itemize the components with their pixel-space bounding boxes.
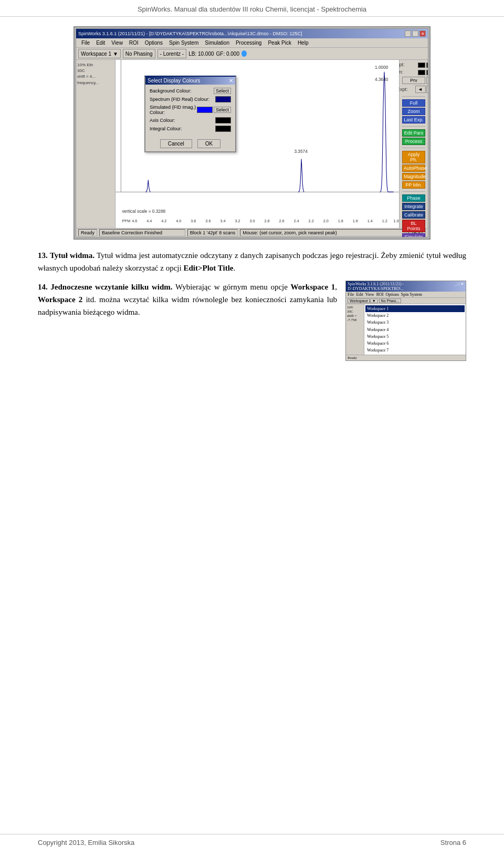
ok-button[interactable]: OK <box>197 139 220 148</box>
simulate-button[interactable]: Simulate <box>402 233 425 238</box>
section-14-body1: Wybierając w górnym menu opcje <box>175 283 291 291</box>
menu-help[interactable]: Help <box>295 39 312 46</box>
sw-titlebar-controls: _ □ ✕ <box>405 30 426 37</box>
gf-label: GF: 0.000 <box>216 51 239 57</box>
inline-menu-view[interactable]: View <box>365 292 374 297</box>
spectrum-colour-swatch <box>215 96 231 102</box>
apply-ph-button[interactable]: Apply Ph. <box>402 151 425 163</box>
magnitude-button[interactable]: Magnitude <box>402 173 425 180</box>
inline-nophasing-btn[interactable]: No Phasi... <box>379 298 401 303</box>
divider2 <box>402 126 425 127</box>
process-button[interactable]: Process <box>402 138 425 145</box>
menu-simulation[interactable]: Simulation <box>202 39 233 46</box>
minimize-button[interactable]: _ <box>405 30 411 37</box>
menu-view[interactable]: View <box>108 39 126 46</box>
section-13: 13. Tytuł widma. Tytuł widma jest automa… <box>38 249 466 274</box>
inline-workspace-btn[interactable]: Workspace 1 ▼ <box>348 298 378 303</box>
prev-button[interactable]: Prv <box>402 77 425 84</box>
lorentz-btn[interactable]: - Lorentz - <box>158 49 187 58</box>
inline-close-icon[interactable]: ✕ <box>460 282 464 291</box>
inline-menu-file[interactable]: File <box>348 292 354 297</box>
inline-left-shift: shift = -7.758 <box>347 314 363 322</box>
h-next-button[interactable]: ► <box>426 86 429 93</box>
dialog-row-axis: Axis Colour: <box>150 117 231 123</box>
svg-text:3.6: 3.6 <box>205 218 211 223</box>
simulated-colour-select-btn[interactable]: Select <box>214 107 231 113</box>
workspace-selector[interactable]: Workspace 1 ▼ <box>78 49 121 58</box>
calibrate-button[interactable]: Calibrate <box>402 211 425 219</box>
workspace-item-3[interactable]: Workspace 3 <box>365 319 465 326</box>
zoom-button[interactable]: Zoom <box>402 108 425 115</box>
left-line3: shift = 4... <box>77 74 114 79</box>
svg-text:1.4: 1.4 <box>368 218 373 223</box>
dialog-row-bg: Background Colour: Select <box>150 88 231 94</box>
next-button[interactable]: Nxt <box>426 77 428 84</box>
autophase-button[interactable]: AutoPhase <box>402 164 425 172</box>
workspace-item-1[interactable]: Workspace 1 <box>365 305 465 312</box>
edit-plot-title-ref: Edit>Plot Title <box>183 264 233 272</box>
pp-min-button[interactable]: PP Min. <box>402 181 425 189</box>
sim-color <box>418 70 425 75</box>
section-13-text: 13. Tytuł widma. Tytuł widma jest automa… <box>38 249 466 274</box>
menu-edit[interactable]: Edit <box>93 39 108 46</box>
dialog-row-simulated: Simulated (FID Imag.) Colour: Select <box>150 105 231 115</box>
status-mouse: Mouse: (set cursor, zoom, pick nearest p… <box>240 229 406 236</box>
workspace-item-7[interactable]: Workspace 7 <box>365 347 465 354</box>
no-phasing-btn[interactable]: No Phasing <box>123 49 155 58</box>
integrate-button[interactable]: Integrate <box>402 203 425 210</box>
inline-max-icon[interactable]: □ <box>457 282 460 291</box>
inline-left-line2: 35C <box>347 309 363 314</box>
menu-options[interactable]: Options <box>142 39 166 46</box>
workspace-item-5[interactable]: Workspace 5 <box>365 333 465 340</box>
divider3 <box>402 148 425 148</box>
phase-button[interactable]: Phase <box>402 194 425 202</box>
inline-menu-spin-system[interactable]: Spin System <box>401 292 422 297</box>
sw-left-panel: 10% Eth 30C shift = 4... frequency... <box>76 60 116 228</box>
sw-title-text: SpinWorks 3.1.6.1 (2011/11/21) - [D:\DYD… <box>78 31 302 36</box>
menu-peak-pick[interactable]: Peak Pick <box>265 39 294 46</box>
sw-statusbar: Ready Baseline Correction Finished Block… <box>76 228 428 237</box>
inline-workspace-dropdown: Workspace 1 Workspace 2 Workspace 3 Work… <box>364 304 466 355</box>
select-display-colours-dialog: Select Display Colours ✕ Background Colo… <box>144 76 236 152</box>
workspace-item-4[interactable]: Workspace 4 <box>365 326 465 333</box>
svg-text:2.0: 2.0 <box>323 218 329 223</box>
workspace-item-2[interactable]: Workspace 2 <box>365 312 465 319</box>
sw-spectrum-area: Select Display Colours ✕ Background Colo… <box>116 60 399 228</box>
inline-menu-options[interactable]: Options <box>385 292 398 297</box>
svg-text:1.2: 1.2 <box>382 218 387 223</box>
menu-spin-system[interactable]: Spin System <box>166 39 202 46</box>
section-14-heading: Jednoczesne wczytanie kilku widm. <box>50 283 172 291</box>
svg-text:2.2: 2.2 <box>309 218 314 223</box>
menu-roi[interactable]: ROI <box>126 39 142 46</box>
maximize-button[interactable]: □ <box>412 30 418 37</box>
section-13-heading: Tytuł widma. <box>50 251 94 260</box>
menu-file[interactable]: File <box>78 39 93 46</box>
last-exp-button[interactable]: Last Exp. <box>402 116 425 123</box>
workspace1-ref: Workspace 1 <box>290 283 335 291</box>
inline-min-icon[interactable]: _ <box>455 282 457 291</box>
left-line1: 10% Eth <box>77 62 114 68</box>
status-ready: Ready <box>78 229 97 236</box>
bl-points-button[interactable]: BL Points <box>402 220 425 232</box>
dialog-body: Background Colour: Select Spectrum (FID … <box>145 85 235 137</box>
dialog-close-icon[interactable]: ✕ <box>229 78 233 84</box>
sw-left-info: 10% Eth 30C shift = 4... frequency... <box>77 62 114 86</box>
svg-text:4.6: 4.6 <box>132 218 137 223</box>
cancel-button[interactable]: Cancel <box>160 139 192 148</box>
menu-processing[interactable]: Processing <box>233 39 265 46</box>
bg-colour-select-btn[interactable]: Select <box>214 88 231 94</box>
inline-menu-roi[interactable]: ROI <box>376 292 384 297</box>
section-14-number: 14. <box>38 283 48 291</box>
edit-pars-button[interactable]: Edit Pars <box>402 129 425 137</box>
workspace-item-6[interactable]: Workspace 6 <box>365 340 465 347</box>
full-button[interactable]: Full <box>402 99 425 107</box>
footer-copyright: Copyright 2013, Emilia Sikorska <box>38 839 134 846</box>
inline-title-text: SpinWorks 3.1.6.1 (2011/11/21) - D:\DYDA… <box>348 282 455 291</box>
section-13-number: 13. <box>38 251 48 260</box>
svg-text:vertical scale = 0.3288: vertical scale = 0.3288 <box>122 209 165 214</box>
h-prev-button[interactable]: ◄ <box>415 86 426 93</box>
inline-menu-edit[interactable]: Edit <box>356 292 363 297</box>
close-button[interactable]: ✕ <box>419 30 426 37</box>
dialog-titlebar: Select Display Colours ✕ <box>145 77 235 85</box>
svg-text:3.2: 3.2 <box>235 218 240 223</box>
